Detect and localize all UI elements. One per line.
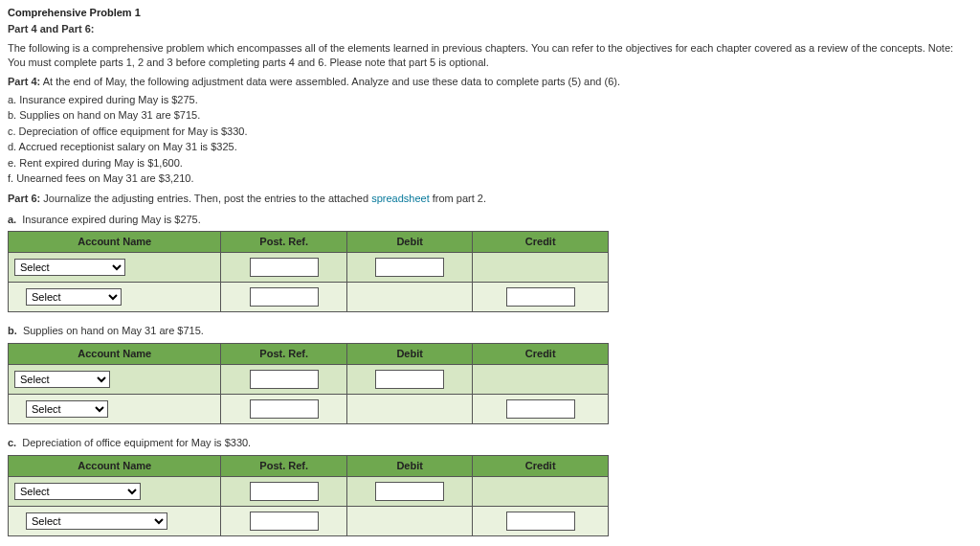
debit-input[interactable] xyxy=(375,370,444,389)
entry-prompt: c. Depreciation of office equipment for … xyxy=(8,436,972,450)
journal-table: Account NamePost. Ref.DebitCreditSelectS… xyxy=(8,455,609,536)
part4-item: a. Insurance expired during May is $275. xyxy=(8,93,972,107)
account-select[interactable]: Select xyxy=(26,288,122,306)
journal-table: Account NamePost. Ref.DebitCreditSelectS… xyxy=(8,343,609,424)
postref-input[interactable] xyxy=(250,399,319,419)
credit-input[interactable] xyxy=(506,399,575,419)
debit-input[interactable] xyxy=(375,258,444,277)
account-select[interactable]: Select xyxy=(26,400,108,418)
col-credit: Credit xyxy=(473,455,609,476)
postref-input[interactable] xyxy=(250,512,319,531)
table-row: Select xyxy=(9,283,609,312)
table-row: Select xyxy=(9,477,609,507)
part4-item: e. Rent expired during May is $1,600. xyxy=(8,156,972,171)
postref-input[interactable] xyxy=(250,258,319,277)
page-title: Comprehensive Problem 1 xyxy=(8,6,972,20)
journal-table: Account NamePost. Ref.DebitCreditSelectS… xyxy=(8,231,609,312)
part4-item: f. Unearned fees on May 31 are $3,210. xyxy=(8,171,972,186)
part4-item: c. Depreciation of office equipment for … xyxy=(8,125,972,139)
postref-input[interactable] xyxy=(250,482,319,501)
account-select[interactable]: Select xyxy=(26,512,167,530)
part6-text-a: Journalize the adjusting entries. Then, … xyxy=(40,193,371,204)
page-subtitle: Part 4 and Part 6: xyxy=(8,22,972,36)
col-debit: Debit xyxy=(346,343,472,364)
intro-text: The following is a comprehensive problem… xyxy=(8,41,972,71)
col-debit: Debit xyxy=(346,455,472,476)
table-row: Select xyxy=(9,507,609,536)
part4-text: At the end of May, the following adjustm… xyxy=(40,76,620,87)
part6-text-b: from part 2. xyxy=(430,193,486,204)
credit-input[interactable] xyxy=(506,287,575,307)
part6-heading: Part 6: Journalize the adjusting entries… xyxy=(8,192,972,206)
table-row: Select xyxy=(9,253,609,283)
part6-label: Part 6: xyxy=(8,193,40,204)
postref-input[interactable] xyxy=(250,287,319,307)
part4-list: a. Insurance expired during May is $275.… xyxy=(8,93,972,186)
account-select[interactable]: Select xyxy=(14,259,125,276)
col-pr: Post. Ref. xyxy=(221,455,346,476)
part4-heading: Part 4: At the end of May, the following… xyxy=(8,75,972,89)
credit-input[interactable] xyxy=(506,512,575,531)
col-acct: Account Name xyxy=(9,232,221,253)
col-acct: Account Name xyxy=(9,343,221,364)
postref-input[interactable] xyxy=(250,370,319,389)
col-acct: Account Name xyxy=(9,455,221,476)
spreadsheet-link[interactable]: spreadsheet xyxy=(371,193,430,204)
table-row: Select xyxy=(9,365,609,395)
entry-prompt: a. Insurance expired during May is $275. xyxy=(8,213,972,227)
account-select[interactable]: Select xyxy=(14,371,110,388)
col-pr: Post. Ref. xyxy=(221,232,346,253)
part4-item: d. Accrued receptionist salary on May 31… xyxy=(8,140,972,154)
account-select[interactable]: Select xyxy=(14,483,141,500)
entry-prompt: b. Supplies on hand on May 31 are $715. xyxy=(8,324,972,338)
part4-label: Part 4: xyxy=(8,76,40,87)
table-row: Select xyxy=(9,395,609,424)
col-credit: Credit xyxy=(473,343,609,364)
col-credit: Credit xyxy=(473,232,609,253)
debit-input[interactable] xyxy=(375,482,444,501)
col-debit: Debit xyxy=(346,232,472,253)
part4-item: b. Supplies on hand on May 31 are $715. xyxy=(8,108,972,123)
col-pr: Post. Ref. xyxy=(221,343,346,364)
